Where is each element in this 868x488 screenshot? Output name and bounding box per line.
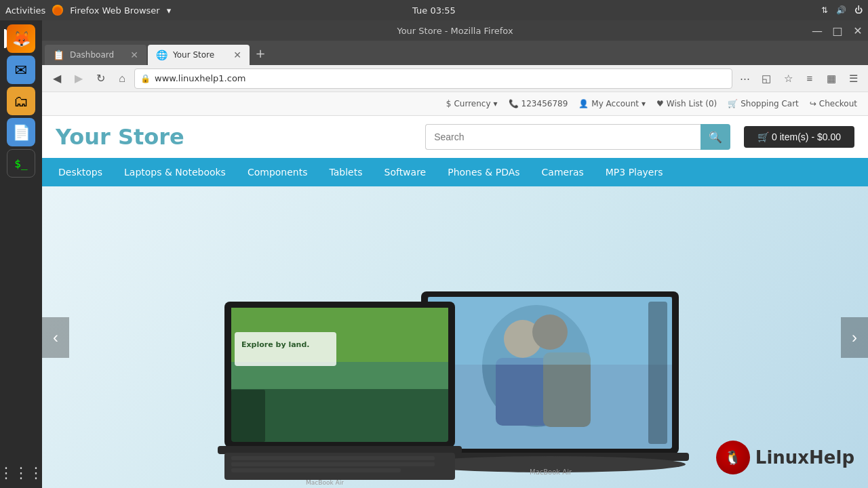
window-controls: — □ ✕ [807,20,868,41]
overflow-menu-button[interactable]: ⋯ [735,69,754,88]
browser-navbar: ◀ ▶ ↻ ⌂ 🔒 www.linuxhelp1.com ⋯ ◱ ☆ ≡ ▦ ☰ [42,65,868,92]
nav-item-components[interactable]: Components [237,158,319,186]
firefox-icon: 🦊 [12,30,31,47]
window-close-button[interactable]: ✕ [848,20,868,41]
yourstore-tab-close[interactable]: ✕ [233,49,241,60]
store-content: $ Currency ▾ 📞 123456789 👤 My Account ▾ … [42,92,868,488]
taskbar-files-icon[interactable]: 🗂 [7,87,35,115]
taskbar-terminal-icon[interactable]: $_ [7,149,35,178]
linuxhelp-logo: 🐧 LinuxHelp [716,441,854,474]
currency-label: Currency [454,99,490,108]
reader-view-button[interactable]: ≡ [800,69,819,88]
activities-label[interactable]: Activities [5,5,45,16]
taskbar-docs-icon[interactable]: 📄 [7,118,35,146]
svg-rect-19 [231,390,265,442]
navbar-right-icons: ⋯ ◱ ☆ ≡ ▦ ☰ [735,69,863,88]
phone-icon: 📞 [509,99,519,108]
carousel-prev-button[interactable]: ‹ [42,317,69,358]
browser-titlebar: Your Store - Mozilla Firefox — □ ✕ [42,20,868,41]
sidebar-toggle-button[interactable]: ▦ [822,69,841,88]
yourstore-tab-label: Your Store [173,50,214,60]
yourstore-tab-icon: 🌐 [156,49,167,60]
taskbar-email-icon[interactable]: ✉ [7,56,35,84]
nav-item-phones---pdas[interactable]: Phones & PDAs [437,158,530,186]
os-clock: Tue 03:55 [412,5,456,16]
dashboard-tab-close[interactable]: ✕ [130,49,138,60]
home-button[interactable]: ⌂ [113,69,132,88]
svg-text:Explore by land.: Explore by land. [241,340,309,349]
currency-selector[interactable]: $ Currency ▾ [446,99,498,108]
carousel-slide: MacBook Air Explore by land. [42,186,868,488]
browser-window: Your Store - Mozilla Firefox — □ ✕ 📋 Das… [42,20,868,488]
linuxhelp-symbol: 🐧 [724,449,741,466]
nav-item-cameras[interactable]: Cameras [531,158,595,186]
account-dropdown-icon: ▾ [642,99,646,108]
my-account-button[interactable]: 👤 My Account ▾ [578,99,646,108]
taskbar: 🦊 ✉ 🗂 📄 $_ ⋮⋮⋮ [0,20,42,488]
volume-icon[interactable]: 🔊 [836,5,846,15]
url-text[interactable]: www.linuxhelp1.com [155,73,726,83]
linuxhelp-brand-text: LinuxHelp [755,447,854,468]
store-logo[interactable]: Your Store [56,124,412,150]
taskbar-apps-grid[interactable]: ⋮⋮⋮ [0,464,43,481]
files-icon: 🗂 [14,93,28,110]
nav-item-tablets[interactable]: Tablets [319,158,374,186]
svg-text:MacBook Air: MacBook Air [306,479,344,486]
browser-name-label[interactable]: Firefox Web Browser [70,5,159,16]
svg-rect-6 [496,358,550,426]
window-maximize-button[interactable]: □ [827,20,848,41]
nav-item-laptops---notebooks[interactable]: Laptops & Notebooks [113,158,237,186]
cart-icon: 🛒 [728,99,738,108]
dropdown-arrow-icon: ▾ [167,5,172,16]
wishlist-button[interactable]: ♥ Wish List (0) [656,99,717,108]
forward-button[interactable]: ▶ [69,69,88,88]
nav-item-desktops[interactable]: Desktops [47,158,113,186]
cart-button[interactable]: 🛒 0 item(s) - $0.00 [744,126,854,148]
taskbar-firefox-icon[interactable]: 🦊 [7,24,35,53]
store-nav: DesktopsLaptops & NotebooksComponentsTab… [42,158,868,186]
svg-rect-17 [235,332,336,366]
svg-rect-8 [428,297,672,365]
terminal-icon: $_ [14,157,27,170]
nav-item-software[interactable]: Software [374,158,437,186]
search-icon: 🔍 [709,131,722,144]
browser-title: Your Store - Mozilla Firefox [397,26,513,36]
svg-rect-23 [231,462,435,466]
search-input[interactable] [425,124,701,150]
laptop-front-svg: Explore by land. MacBook Air [218,298,462,488]
checkout-icon: ↪ [810,99,816,108]
bookmark-button[interactable]: ☆ [778,69,797,88]
nav-item-mp--players[interactable]: MP3 Players [595,158,674,186]
pocket-button[interactable]: ◱ [757,69,776,88]
wishlist-label: Wish List (0) [667,99,717,108]
account-icon: 👤 [578,99,589,108]
window-minimize-button[interactable]: — [807,20,827,41]
shopping-cart-button[interactable]: 🛒 Shopping Cart [728,99,799,108]
back-button[interactable]: ◀ [47,69,66,88]
checkout-button[interactable]: ↪ Checkout [810,99,857,108]
phone-info: 📞 123456789 [509,99,568,108]
main-menu-button[interactable]: ☰ [844,69,863,88]
currency-icon: $ [446,99,452,108]
power-icon[interactable]: ⏻ [854,5,863,15]
network-icon[interactable]: ⇅ [821,5,828,15]
svg-rect-24 [231,468,401,472]
account-label: My Account [591,99,639,108]
carousel-next-button[interactable]: › [841,317,868,358]
reload-button[interactable]: ↻ [91,69,110,88]
tab-dashboard[interactable]: 📋 Dashboard ✕ [45,45,146,65]
dashboard-tab-icon: 📋 [53,49,64,60]
search-area: 🔍 [425,124,730,150]
currency-dropdown-icon: ▾ [494,99,498,108]
tab-yourstore[interactable]: 🌐 Your Store ✕ [148,45,250,65]
carousel-laptops-image: MacBook Air Explore by land. [218,271,692,488]
store-header: Your Store 🔍 🛒 0 item(s) - $0.00 [42,116,868,158]
checkout-label: Checkout [819,99,857,108]
address-bar[interactable]: 🔒 www.linuxhelp1.com [134,68,732,89]
os-topbar: Activities Firefox Web Browser ▾ Tue 03:… [0,0,868,20]
search-button[interactable]: 🔍 [701,124,730,150]
docs-icon: 📄 [12,124,31,141]
new-tab-button[interactable]: + [251,43,270,62]
os-topbar-left: Activities Firefox Web Browser ▾ [5,5,171,16]
heart-icon: ♥ [656,99,664,108]
